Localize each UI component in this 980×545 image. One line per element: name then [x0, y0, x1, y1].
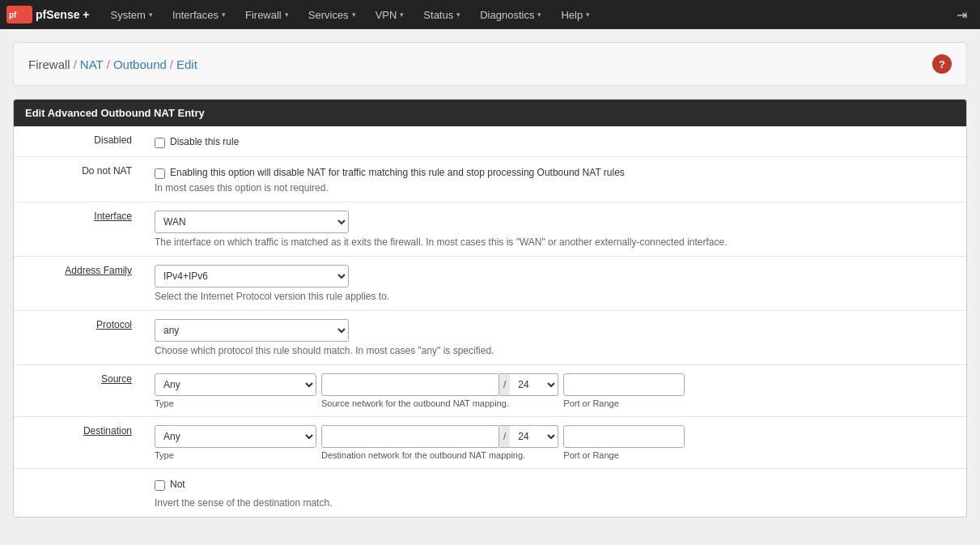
source-cidr-select[interactable]: 24 32 16 8 [510, 373, 558, 396]
breadcrumb-edit[interactable]: Edit [176, 57, 197, 71]
edit-panel: Edit Advanced Outbound NAT Entry Disable… [13, 99, 967, 517]
do-not-nat-checkbox[interactable] [155, 168, 165, 179]
not-check-group: Not [155, 477, 955, 491]
chevron-down-icon: ▾ [352, 11, 356, 19]
row-not: Not Invert the sense of the destination … [14, 469, 966, 517]
navbar-right: ⇥ [950, 2, 974, 28]
row-source: Source Any Network Interface Address Typ… [14, 365, 966, 417]
row-do-not-nat: Do not NAT Enabling this option will dis… [14, 157, 966, 202]
nav-system[interactable]: System ▾ [103, 4, 161, 26]
label-destination: Destination [14, 417, 143, 469]
nav-vpn[interactable]: VPN ▾ [367, 4, 413, 26]
row-protocol: Protocol any TCP UDP TCP/UDP ICMP Choose… [14, 311, 966, 365]
source-network-inputs: / 24 32 16 8 [321, 373, 558, 396]
address-family-help: Select the Internet Protocol version thi… [155, 291, 955, 302]
breadcrumb-outbound[interactable]: Outbound [113, 57, 167, 71]
not-checkbox[interactable] [155, 480, 165, 491]
chevron-down-icon: ▾ [456, 11, 460, 19]
protocol-help: Choose which protocol this rule should m… [155, 345, 955, 356]
interface-link[interactable]: Interface [94, 211, 132, 222]
breadcrumb-container: Firewall / NAT / Outbound / Edit ? [13, 42, 967, 86]
interface-select[interactable]: WAN LAN OPT1 [155, 211, 349, 233]
disabled-checkbox[interactable] [155, 138, 165, 148]
breadcrumb-firewall: Firewall [28, 57, 70, 71]
label-protocol: Protocol [14, 311, 143, 365]
nav-interfaces[interactable]: Interfaces ▾ [164, 4, 234, 26]
destination-type-select[interactable]: Any Network Interface Address [155, 425, 316, 448]
destination-type-label: Type [155, 450, 316, 460]
do-not-nat-label: Enabling this option will disable NAT fo… [170, 167, 625, 178]
label-do-not-nat: Do not NAT [14, 157, 143, 202]
source-link[interactable]: Source [101, 373, 132, 385]
not-label: Not [170, 479, 185, 490]
source-row: Any Network Interface Address Type / [155, 373, 955, 408]
destination-network-inputs: / 24 32 16 8 [321, 425, 558, 448]
do-not-nat-check-group: Enabling this option will disable NAT fo… [155, 165, 955, 179]
destination-type-group: Any Network Interface Address Type [155, 425, 316, 460]
not-group: Not Invert the sense of the destination … [155, 477, 955, 509]
destination-link[interactable]: Destination [83, 425, 132, 436]
brand-text: pfSense + [36, 8, 90, 21]
content-protocol: any TCP UDP TCP/UDP ICMP Choose which pr… [143, 311, 966, 365]
nav-diagnostics[interactable]: Diagnostics ▾ [472, 4, 549, 26]
content-do-not-nat: Enabling this option will disable NAT fo… [143, 157, 966, 202]
main-content: Edit Advanced Outbound NAT Entry Disable… [13, 99, 967, 517]
content-source: Any Network Interface Address Type / [143, 365, 966, 417]
destination-row: Any Network Interface Address Type / [155, 425, 955, 460]
disabled-label: Disable this rule [170, 136, 239, 147]
destination-cidr-select[interactable]: 24 32 16 8 [510, 425, 558, 448]
nav-services[interactable]: Services ▾ [300, 4, 364, 26]
source-port-label: Port or Range [563, 398, 685, 408]
destination-slash: / [499, 425, 510, 448]
label-disabled: Disabled [14, 126, 143, 157]
source-network-group: / 24 32 16 8 Source network for the outb… [321, 373, 558, 408]
nav-help[interactable]: Help ▾ [553, 4, 598, 26]
help-icon[interactable]: ? [932, 54, 952, 74]
content-not: Not Invert the sense of the destination … [143, 469, 966, 517]
chevron-down-icon: ▾ [537, 11, 541, 19]
label-not-empty [14, 469, 143, 517]
source-network-label: Source network for the outbound NAT mapp… [321, 398, 558, 408]
row-interface: Interface WAN LAN OPT1 The interface on … [14, 202, 966, 257]
chevron-down-icon: ▾ [149, 11, 153, 19]
destination-port-group: Port or Range [563, 425, 685, 460]
row-address-family: Address Family IPv4+IPv6 IPv4 IPv6 Selec… [14, 257, 966, 311]
source-port-group: Port or Range [563, 373, 685, 408]
destination-port-label: Port or Range [563, 450, 685, 460]
nav-status[interactable]: Status ▾ [415, 4, 469, 26]
interface-help: The interface on which traffic is matche… [155, 236, 955, 248]
content-destination: Any Network Interface Address Type / [143, 417, 966, 469]
disabled-check-group: Disable this rule [155, 134, 955, 148]
address-family-link[interactable]: Address Family [65, 265, 132, 276]
destination-port-input[interactable] [563, 425, 685, 448]
protocol-select[interactable]: any TCP UDP TCP/UDP ICMP [155, 319, 349, 342]
svg-text:pf: pf [9, 11, 17, 19]
panel-header: Edit Advanced Outbound NAT Entry [14, 100, 966, 126]
label-address-family: Address Family [14, 257, 143, 311]
brand[interactable]: pf pfSense + [6, 6, 90, 23]
navbar: pf pfSense + System ▾ Interfaces ▾ Firew… [0, 0, 980, 29]
source-type-label: Type [155, 398, 316, 408]
breadcrumb-nat[interactable]: NAT [80, 57, 104, 71]
source-slash: / [499, 373, 510, 396]
destination-network-input[interactable] [321, 425, 499, 448]
source-type-select[interactable]: Any Network Interface Address [155, 373, 316, 396]
do-not-nat-help: In most cases this option is not require… [155, 182, 955, 194]
chevron-down-icon: ▾ [285, 11, 289, 19]
form-table: Disabled Disable this rule Do not NAT [14, 126, 966, 517]
label-interface: Interface [14, 202, 143, 257]
address-family-select[interactable]: IPv4+IPv6 IPv4 IPv6 [155, 265, 349, 287]
not-help: Invert the sense of the destination matc… [155, 497, 955, 509]
row-destination: Destination Any Network Interface Addres… [14, 417, 966, 469]
nav-firewall[interactable]: Firewall ▾ [237, 4, 297, 26]
source-type-group: Any Network Interface Address Type [155, 373, 316, 408]
source-network-input[interactable] [321, 373, 499, 396]
protocol-link[interactable]: Protocol [96, 319, 132, 330]
content-disabled: Disable this rule [143, 126, 966, 157]
destination-network-group: / 24 32 16 8 Destination network for the… [321, 425, 558, 460]
source-port-input[interactable] [563, 373, 685, 396]
logout-icon[interactable]: ⇥ [950, 2, 974, 28]
chevron-down-icon: ▾ [222, 11, 226, 19]
chevron-down-icon: ▾ [586, 11, 590, 19]
breadcrumb: Firewall / NAT / Outbound / Edit [28, 57, 197, 71]
